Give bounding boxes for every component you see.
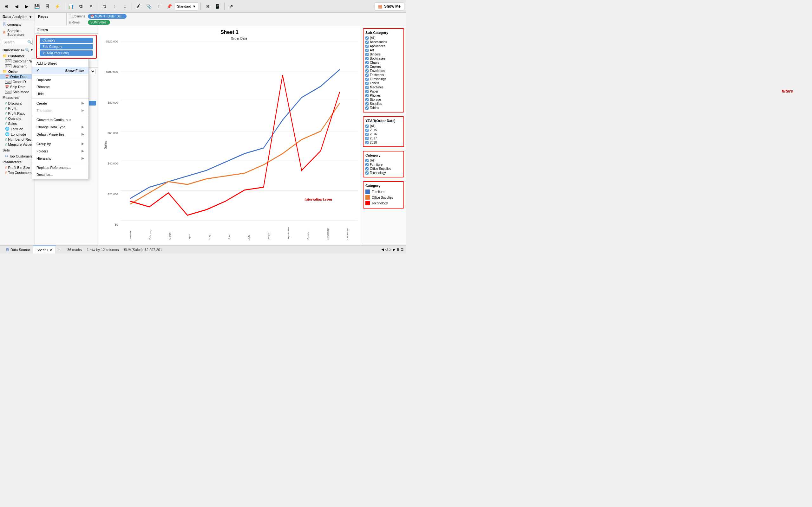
menu-describe[interactable]: Describe... (32, 171, 89, 178)
cb-binders[interactable] (365, 53, 368, 56)
cb-paper[interactable] (365, 90, 368, 93)
cb-supplies[interactable] (365, 102, 368, 106)
new-worksheet-icon[interactable]: 📊 (66, 2, 75, 11)
search-icon[interactable]: 🔍 (26, 39, 33, 45)
dim-search-icon[interactable]: 🔍 (25, 48, 30, 52)
cb-technology[interactable] (365, 171, 368, 175)
cb-all-year[interactable] (365, 124, 368, 128)
nav-right-icon[interactable]: ▶ (393, 247, 395, 251)
clear-icon[interactable]: ✕ (87, 2, 96, 11)
cb-fasteners[interactable] (365, 73, 368, 77)
nav-left-icon[interactable]: ◀ (381, 247, 384, 251)
menu-folders[interactable]: Folders ▶ (32, 147, 89, 155)
measure-latitude[interactable]: 🌐 Latitude (0, 126, 35, 131)
fit-icon[interactable]: ⊡ (203, 2, 212, 11)
filter-item-copiers[interactable]: Copiers (365, 65, 402, 69)
pin-icon[interactable]: 📌 (165, 2, 173, 11)
cb-machines[interactable] (365, 86, 368, 89)
filter-item-bookcases[interactable]: Bookcases (365, 56, 402, 60)
menu-show-filter[interactable]: ✓ Show Filter (32, 67, 89, 74)
cb-copiers[interactable] (365, 65, 368, 68)
filter-item-art[interactable]: Art (365, 48, 402, 52)
menu-add-to-sheet[interactable]: Add to Sheet (32, 60, 89, 67)
dim-ship-mode[interactable]: Abc Ship Mode (0, 89, 35, 95)
back-button[interactable]: ◀ (12, 2, 21, 11)
cb-2018[interactable] (365, 141, 368, 144)
measure-profit[interactable]: # Profit (0, 106, 35, 111)
filter-item-machines[interactable]: Machines (365, 85, 402, 89)
menu-rename[interactable]: Rename (32, 83, 89, 90)
measure-sales[interactable]: # Sales (0, 121, 35, 126)
cb-chairs[interactable] (365, 61, 368, 64)
analytics-tab[interactable]: Analytics (12, 14, 28, 19)
search-input[interactable] (2, 40, 26, 45)
menu-default-properties[interactable]: Default Properties ▶ (32, 130, 89, 138)
cb-phones[interactable] (365, 94, 368, 97)
set-top-customers[interactable]: ⊙ Top Customers (0, 153, 35, 159)
menu-create[interactable]: Create ▶ (32, 100, 89, 107)
measure-discount[interactable]: # Discount (0, 101, 35, 106)
cb-tables[interactable] (365, 107, 368, 110)
dim-order-id[interactable]: Abc Order ID (0, 79, 35, 84)
data-tab[interactable]: Data (3, 14, 11, 19)
connection-icon[interactable]: ⚡ (53, 2, 61, 11)
tab-sheet1[interactable]: Sheet 1 ✕ (33, 245, 56, 253)
filter-item-furniture[interactable]: Furniture (365, 163, 402, 167)
filter-item-tables[interactable]: Tables (365, 106, 402, 110)
menu-change-data-type[interactable]: Change Data Type ▶ (32, 123, 89, 130)
cb-storage[interactable] (365, 98, 368, 101)
folder-customer[interactable]: 📁 Customer (0, 53, 35, 59)
fit-view-icon[interactable]: ⊡ (401, 247, 403, 251)
cb-accessories[interactable] (365, 41, 368, 44)
sort-asc-icon[interactable]: ↑ (110, 2, 119, 11)
cb-officesupplies[interactable] (365, 167, 368, 170)
dim-segment[interactable]: Abc Segment (0, 64, 35, 69)
param-top-customers[interactable]: # Top Customers (0, 170, 35, 175)
measure-profit-ratio[interactable]: # Profit Ratio (0, 111, 35, 116)
source-company[interactable]: 🗄 company (0, 21, 35, 27)
measure-quantity[interactable]: # Quantity (0, 116, 35, 121)
dim-order-date[interactable]: 📅 Order Date (0, 74, 35, 79)
filter-item-all-cat[interactable]: (All) (365, 158, 402, 163)
filter-item-supplies[interactable]: Supplies (365, 102, 402, 106)
menu-duplicate[interactable]: Duplicate (32, 76, 89, 83)
device-icon[interactable]: 📱 (213, 2, 222, 11)
filter-item-2016[interactable]: 2016 (365, 132, 402, 136)
filter-item-envelopes[interactable]: Envelopes (365, 69, 402, 73)
swap-icon[interactable]: ⇅ (100, 2, 109, 11)
grid-view-icon[interactable]: ⊞ (397, 247, 399, 251)
filter-pill-year[interactable]: YEAR(Order Date) (40, 50, 93, 56)
duplicate-icon[interactable]: ⧉ (77, 2, 85, 11)
menu-group-by[interactable]: Group by ▶ (32, 140, 89, 147)
cb-2017[interactable] (365, 137, 368, 140)
columns-pill[interactable]: 📅 MONTH(Order Dat... (88, 14, 126, 19)
add-datasource-icon[interactable]: 🗄 (43, 2, 51, 11)
folder-order[interactable]: 📁 Order (0, 69, 35, 74)
cb-envelopes[interactable] (365, 69, 368, 72)
dim-customer-name[interactable]: Abc Customer Name (0, 59, 35, 64)
filter-item-2018[interactable]: 2018 (365, 140, 402, 145)
filter-item-officesupplies[interactable]: Office Supplies (365, 167, 402, 171)
cb-bookcases[interactable] (365, 57, 368, 60)
cb-art[interactable] (365, 49, 368, 52)
forward-button[interactable]: ▶ (22, 2, 31, 11)
filter-item-all-subcat[interactable]: (All) (365, 36, 402, 40)
show-me-button[interactable]: ▤ Show Me (374, 2, 404, 10)
filter-item-all-year[interactable]: (All) (365, 124, 402, 128)
cb-furnishings[interactable] (365, 78, 368, 81)
filter-item-binders[interactable]: Binders (365, 52, 402, 56)
cb-all-subcat[interactable] (365, 37, 368, 40)
tab-add-sheet[interactable]: + (56, 245, 62, 253)
standard-dropdown[interactable]: Standard ▼ (175, 2, 198, 10)
measure-longitude[interactable]: 🌐 Longitude (0, 131, 35, 137)
tab-datasource[interactable]: 🗄 Data Source (3, 245, 33, 253)
param-profit-bin-size[interactable]: # Profit Bin Size (0, 165, 35, 170)
cb-appliances[interactable] (365, 45, 368, 48)
share-icon[interactable]: ⇗ (227, 2, 236, 11)
measure-numrecords[interactable]: # Number of Records (0, 137, 35, 142)
cb-2015[interactable] (365, 129, 368, 132)
filter-item-fasteners[interactable]: Fasteners (365, 73, 402, 77)
filter-item-accessories[interactable]: Accessories (365, 40, 402, 44)
filter-item-2017[interactable]: 2017 (365, 136, 402, 140)
filter-item-chairs[interactable]: Chairs (365, 60, 402, 65)
